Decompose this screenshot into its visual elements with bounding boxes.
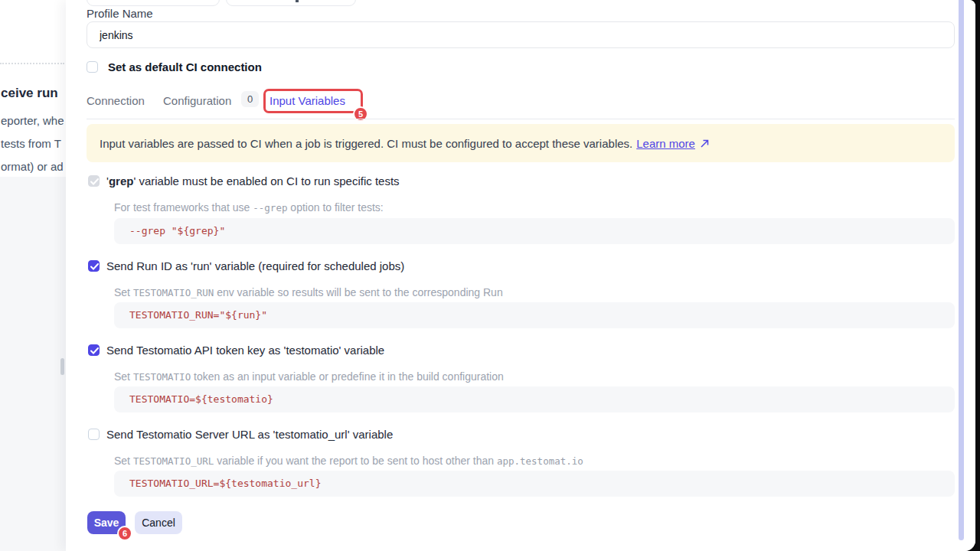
profile-name-input[interactable] (87, 21, 955, 48)
section-help-text: Set TESTOMATIO token as an input variabl… (114, 370, 504, 383)
inline-code: TESTOMATIO_RUN (133, 287, 214, 298)
cropped-field-glyph (296, 0, 299, 2)
section-label: Send Testomatio Server URL as 'testomati… (106, 429, 393, 441)
external-link-icon (700, 139, 710, 148)
section-label-bold: grep (109, 174, 134, 187)
background-code-panel (0, 177, 66, 551)
inline-code: TESTOMATIO (133, 371, 191, 383)
background-heading-fragment: ceive run (1, 86, 58, 101)
tabs-divider (87, 119, 955, 119)
section-label: Send Run ID as 'run' variable (required … (106, 260, 404, 272)
section-label-post: ' variable must be enabled on CI to run … (133, 174, 399, 187)
check-icon (90, 178, 99, 185)
ci-connection-dialog: Profile Name Set as default CI connectio… (66, 0, 975, 551)
cancel-button[interactable]: Cancel (135, 511, 182, 534)
dotted-divider (0, 63, 64, 64)
check-icon (90, 263, 99, 270)
tab-configuration[interactable]: Configuration (163, 94, 231, 107)
cropped-field (226, 0, 356, 6)
background-text-line: tests from T (1, 137, 61, 150)
background-text-line: eporter, whe (1, 114, 64, 127)
learn-more-link[interactable]: Learn more (636, 137, 695, 150)
inline-code: --grep (253, 202, 287, 214)
code-snippet: TESTOMATIO_RUN="${run}" (114, 302, 955, 328)
modal-scrollbar-thumb[interactable] (959, 0, 964, 540)
background-scrollbar-thumb[interactable] (60, 358, 64, 375)
annotation-step-badge: 6 (117, 526, 132, 541)
section-help-text: For test frameworks that use --grep opti… (114, 201, 384, 214)
default-ci-label: Set as default CI connection (108, 60, 262, 73)
tab-input-variables[interactable]: Input Variables (270, 94, 345, 107)
grep-checkbox[interactable] (88, 175, 100, 187)
token-checkbox[interactable] (88, 344, 100, 356)
info-banner-text: Input variables are passed to CI when a … (100, 137, 632, 150)
section-label: Send Testomatio API token key as 'testom… (106, 344, 384, 357)
section-grep-row: 'grep' variable must be enabled on CI to… (88, 175, 400, 187)
section-server-url-row: Send Testomatio Server URL as 'testomati… (88, 429, 393, 441)
info-banner: Input variables are passed to CI when a … (87, 124, 955, 162)
inline-code: TESTOMATIO_URL (133, 455, 214, 467)
cropped-field (87, 0, 220, 6)
background-text-line: ormat) or ad (1, 160, 64, 173)
configuration-count-badge: 0 (241, 91, 259, 107)
app-window: ceive run eporter, whe tests from T orma… (0, 0, 975, 551)
section-help-text: Set TESTOMATIO_URL variable if you want … (114, 455, 583, 467)
section-help-text: Set TESTOMATIO_RUN env variable so resul… (114, 286, 503, 298)
code-snippet: --grep "${grep}" (114, 218, 955, 244)
server-url-checkbox[interactable] (88, 429, 100, 440)
section-run-row: Send Run ID as 'run' variable (required … (88, 260, 404, 272)
check-icon (90, 347, 99, 354)
profile-name-label: Profile Name (87, 7, 153, 20)
code-snippet: TESTOMATIO=${testomatio} (114, 386, 955, 412)
code-snippet: TESTOMATIO_URL=${testomatio_url} (114, 471, 955, 497)
section-token-row: Send Testomatio API token key as 'testom… (88, 344, 384, 357)
tab-connection[interactable]: Connection (87, 94, 145, 107)
inline-code: app.testomat.io (497, 455, 583, 467)
default-ci-checkbox[interactable] (87, 61, 98, 73)
annotation-step-badge: 5 (353, 106, 368, 122)
run-checkbox[interactable] (88, 260, 100, 272)
background-page-strip: ceive run eporter, whe tests from T orma… (0, 0, 66, 551)
